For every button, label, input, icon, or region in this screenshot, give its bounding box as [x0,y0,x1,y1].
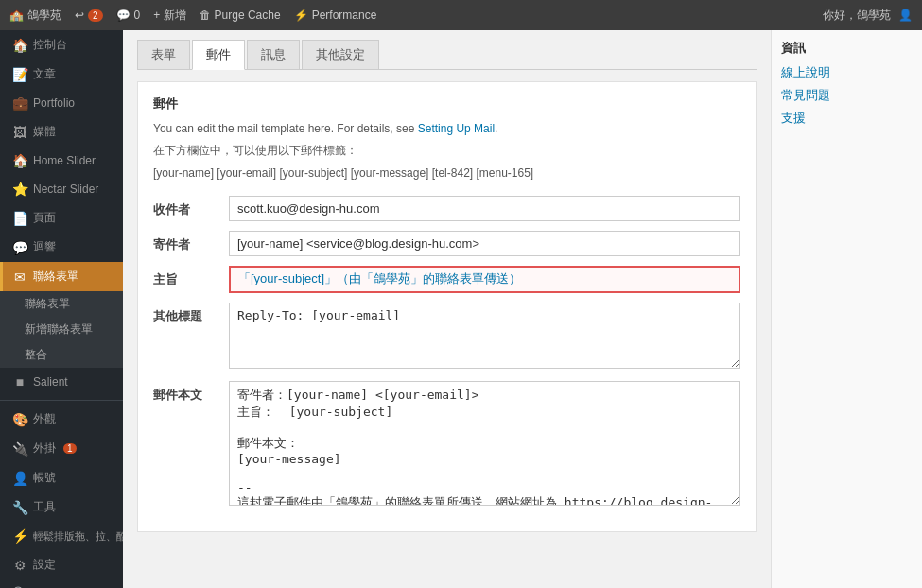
recipient-input[interactable] [229,196,740,221]
sidebar-label-drag-drop: 輕鬆排版拖、拉、酷！ [33,529,123,544]
sidebar-item-contact-form[interactable]: ✉ 聯絡表單 [0,262,123,291]
updates-link[interactable]: ↩ 2 [75,9,103,22]
sidebar-label-tools: 工具 [33,499,56,515]
pages-icon: 📄 [12,211,27,226]
dashboard-icon: 🏠 [12,38,27,53]
settings-icon: ⚙ [12,558,27,573]
sidebar-label-salient: Salient [33,375,68,389]
sidebar-item-posts[interactable]: 📝 文章 [0,60,123,89]
sidebar-item-media[interactable]: 🖼 媒體 [0,117,123,147]
recipient-field [229,196,740,221]
contact-form-submenu: 聯絡表單 新增聯絡表單 整合 [0,291,123,368]
sidebar-item-appearance[interactable]: 🎨 外觀 [0,405,123,434]
sidebar-item-portfolio[interactable]: 💼 Portfolio [0,89,123,117]
other-headers-field: Reply-To: [your-email] [229,303,740,372]
other-headers-textarea[interactable]: Reply-To: [your-email] [229,303,740,369]
purge-icon: 🗑 [200,9,211,22]
setting-up-mail-link[interactable]: Setting Up Mail [418,122,495,135]
sub-item-integration[interactable]: 整合 [0,342,123,368]
description-line2: 在下方欄位中，可以使用以下郵件標籤： [153,142,740,160]
info-sidebar: 資訊 線上說明 常見問題 支援 [771,30,922,588]
subject-field [229,266,740,293]
body-row: 郵件本文 寄件者：[your-name] <[your-email]> 主旨： … [153,381,740,509]
home-slider-icon: 🏠 [12,153,27,168]
sidebar-label-nectar-slider: Nectar Slider [33,182,98,196]
recipient-label: 收件者 [153,196,229,218]
sidebar-item-users[interactable]: 👤 帳號 [0,463,123,493]
sidebar-item-salient[interactable]: ■ Salient [0,368,123,396]
plugins-badge: 1 [63,443,77,454]
sidebar-label-dashboard: 控制台 [33,37,67,53]
site-name: 鴿學苑 [27,8,61,24]
info-box: 資訊 線上說明 常見問題 支援 [781,40,913,127]
sidebar-label-media: 媒體 [33,124,56,140]
sidebar-label-contact-form: 聯絡表單 [33,268,78,285]
subject-row: 主旨 [153,266,740,293]
sidebar-label-portfolio: Portfolio [33,96,75,110]
sidebar-item-seo[interactable]: 🔍 SEO [0,579,123,588]
sidebar-item-dashboard[interactable]: 🏠 控制台 [0,30,123,60]
tools-icon: 🔧 [12,500,27,515]
subject-label: 主旨 [153,266,229,288]
body-textarea[interactable]: 寄件者：[your-name] <[your-email]> 主旨： [your… [229,381,740,506]
sidebar-item-tools[interactable]: 🔧 工具 [0,493,123,522]
sidebar-item-nectar-slider[interactable]: ⭐ Nectar Slider [0,175,123,203]
admin-sidebar: 🏠 控制台 📝 文章 💼 Portfolio 🖼 媒體 🏠 Home Slide… [0,30,123,588]
sidebar-item-home-slider[interactable]: 🏠 Home Slider [0,147,123,175]
support-link[interactable]: 支援 [781,110,913,127]
salient-icon: ■ [12,374,27,389]
tab-messages[interactable]: 訊息 [247,40,300,69]
sidebar-label-posts: 文章 [33,66,56,82]
tab-other-settings[interactable]: 其他設定 [302,40,379,69]
performance-icon: ⚡ [294,9,308,22]
nectar-slider-icon: ⭐ [12,182,27,197]
performance-link[interactable]: ⚡ Performance [294,9,377,22]
comments-link[interactable]: 💬 0 [116,9,141,22]
plugins-icon: 🔌 [12,441,27,457]
tab-bar: 表單 郵件 訊息 其他設定 [137,40,757,70]
body-label: 郵件本文 [153,381,229,404]
purge-cache-button[interactable]: 🗑 Purge Cache [200,9,281,22]
sidebar-label-pages: 頁面 [33,210,56,226]
body-field: 寄件者：[your-name] <[your-email]> 主旨： [your… [229,381,740,509]
section-title: 郵件 [153,95,740,112]
sidebar-item-comments[interactable]: 💬 迴響 [0,233,123,262]
sidebar-item-plugins[interactable]: 🔌 外掛 1 [0,434,123,463]
sub-item-new-contact-form[interactable]: 新增聯絡表單 [0,317,123,342]
sidebar-label-comments: 迴響 [33,239,56,255]
user-avatar: 👤 [898,9,913,22]
sidebar-item-settings[interactable]: ⚙ 設定 [0,550,123,579]
main-content: 表單 郵件 訊息 其他設定 郵件 You can edit the mail t… [123,30,771,588]
site-name-link[interactable]: 🏫 鴿學苑 [9,8,61,24]
sender-label: 寄件者 [153,231,229,253]
greeting-text: 你好，鴿學苑 [823,8,891,24]
tab-form[interactable]: 表單 [137,40,190,69]
portfolio-icon: 💼 [12,95,27,111]
tab-mail[interactable]: 郵件 [192,40,245,70]
tag-list: [your-name] [your-email] [your-subject] … [153,164,740,184]
sidebar-label-home-slider: Home Slider [33,154,96,167]
faq-link[interactable]: 常見問題 [781,87,913,104]
online-help-link[interactable]: 線上說明 [781,64,913,81]
mail-content-box: 郵件 You can edit the mail template here. … [137,81,757,532]
comment-count: 0 [134,9,141,22]
new-content-button[interactable]: + 新增 [153,8,185,24]
media-icon: 🖼 [12,125,27,140]
subject-input[interactable] [229,266,740,293]
description-line1: You can edit the mail template here. For… [153,120,740,138]
info-title: 資訊 [781,40,913,57]
comments-icon: 💬 [12,240,27,255]
sidebar-label-plugins: 外掛 [33,441,56,457]
sub-item-contact-form-list[interactable]: 聯絡表單 [0,291,123,317]
appearance-icon: 🎨 [12,412,27,427]
recipient-row: 收件者 [153,196,740,221]
contact-form-icon: ✉ [12,269,27,285]
sender-input[interactable] [229,231,740,256]
other-headers-label: 其他標題 [153,303,229,325]
users-icon: 👤 [12,471,27,486]
sidebar-label-users: 帳號 [33,470,56,486]
sidebar-item-pages[interactable]: 📄 頁面 [0,203,123,233]
sidebar-item-drag-drop[interactable]: ⚡ 輕鬆排版拖、拉、酷！ [0,522,123,550]
sender-field [229,231,740,256]
other-headers-row: 其他標題 Reply-To: [your-email] [153,303,740,372]
